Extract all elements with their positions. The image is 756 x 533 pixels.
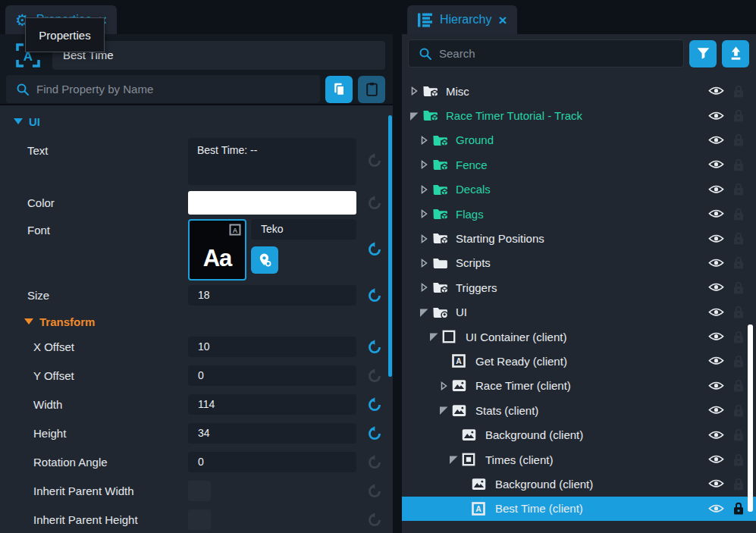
tree-item-ui-container-client[interactable]: UI Container (client)	[402, 325, 756, 349]
caret-expanded-icon[interactable]	[447, 453, 460, 466]
lock-toggle-icon[interactable]	[733, 158, 744, 171]
caret-collapsed-icon[interactable]	[438, 380, 450, 392]
tree-item-scripts[interactable]: Scripts	[402, 251, 756, 275]
visibility-toggle-icon[interactable]	[708, 307, 724, 318]
hierarchy-scrollbar[interactable]	[748, 325, 753, 512]
tree-item-ui[interactable]: UI	[402, 300, 756, 325]
close-icon[interactable]: ×	[498, 13, 507, 27]
reset-icon[interactable]	[356, 219, 393, 257]
visibility-toggle-icon[interactable]	[708, 208, 724, 219]
section-header-transform[interactable]: Transform	[0, 314, 393, 329]
tree-item-best-time-client[interactable]: ABest Time (client)	[402, 497, 756, 521]
reset-icon[interactable]	[356, 196, 393, 211]
height-input[interactable]: 34	[188, 423, 356, 444]
property-search-input[interactable]: Find Property by Name	[6, 75, 320, 103]
reset-icon[interactable]	[356, 397, 393, 412]
reset-icon[interactable]	[356, 484, 393, 499]
width-input[interactable]: 114	[188, 394, 356, 415]
properties-scrollbar[interactable]	[388, 115, 392, 377]
tab-hierarchy[interactable]: Hierarchy ×	[407, 5, 517, 34]
font-preview-swatch[interactable]: AaA	[188, 219, 246, 281]
filter-button[interactable]	[689, 40, 717, 67]
visibility-toggle-icon[interactable]	[708, 478, 724, 489]
visibility-toggle-icon[interactable]	[708, 258, 724, 268]
visibility-toggle-icon[interactable]	[708, 331, 724, 342]
reset-icon[interactable]	[356, 138, 393, 168]
visibility-toggle-icon[interactable]	[708, 184, 724, 195]
tree-item-times-client[interactable]: Times (client)	[402, 447, 756, 472]
reset-icon[interactable]	[356, 426, 393, 441]
paste-properties-button[interactable]	[358, 76, 385, 103]
visibility-toggle-icon[interactable]	[708, 159, 724, 170]
visibility-toggle-icon[interactable]	[708, 135, 724, 146]
tree-item-misc[interactable]: Misc	[402, 79, 756, 103]
reset-icon[interactable]	[356, 513, 393, 528]
inherit-parent-height-checkbox[interactable]	[188, 509, 211, 530]
hierarchy-search-input[interactable]: Search	[408, 39, 684, 67]
caret-collapsed-icon[interactable]	[418, 257, 430, 269]
tree-item-race-timer-tutorial-track[interactable]: Race Timer Tutorial - Track	[402, 103, 756, 127]
visibility-toggle-icon[interactable]	[708, 282, 724, 293]
caret-collapsed-icon[interactable]	[418, 183, 430, 196]
lock-toggle-icon[interactable]	[733, 232, 744, 245]
inherit-parent-width-checkbox[interactable]	[188, 481, 211, 501]
lock-toggle-icon[interactable]	[733, 453, 744, 466]
caret-expanded-icon[interactable]	[438, 404, 450, 416]
tree-item-flags[interactable]: Flags	[402, 202, 756, 226]
lock-toggle-icon[interactable]	[733, 428, 744, 441]
caret-expanded-icon[interactable]	[418, 306, 430, 318]
copy-properties-button[interactable]	[325, 76, 353, 103]
lock-toggle-icon[interactable]	[733, 133, 744, 146]
caret-collapsed-icon[interactable]	[418, 208, 430, 220]
x-offset-input[interactable]: 10	[188, 337, 356, 357]
lock-toggle-icon[interactable]	[733, 379, 744, 392]
caret-expanded-icon[interactable]	[428, 331, 440, 343]
tree-item-background-client[interactable]: Background (client)	[402, 422, 756, 447]
lock-toggle-icon[interactable]	[733, 502, 744, 515]
visibility-toggle-icon[interactable]	[708, 454, 724, 465]
tree-item-decals[interactable]: Decals	[402, 177, 756, 202]
tree-item-triggers[interactable]: Triggers	[402, 275, 756, 299]
lock-toggle-icon[interactable]	[733, 208, 744, 221]
visibility-toggle-icon[interactable]	[708, 234, 724, 244]
section-header-ui[interactable]: UI	[0, 114, 393, 129]
lock-toggle-icon[interactable]	[733, 331, 744, 343]
lock-toggle-icon[interactable]	[733, 109, 744, 122]
reset-icon[interactable]	[356, 368, 393, 384]
lock-toggle-icon[interactable]	[733, 281, 744, 294]
caret-collapsed-icon[interactable]	[408, 85, 420, 97]
visibility-toggle-icon[interactable]	[708, 405, 724, 415]
font-name-field[interactable]: Teko	[251, 219, 356, 240]
lock-toggle-icon[interactable]	[733, 85, 744, 98]
reset-icon[interactable]	[356, 455, 393, 470]
visibility-toggle-icon[interactable]	[708, 503, 724, 514]
font-picker-button[interactable]	[251, 246, 278, 274]
tree-item-fence[interactable]: Fence	[402, 152, 756, 177]
y-offset-input[interactable]: 0	[188, 365, 356, 386]
rotation-angle-input[interactable]: 0	[188, 452, 356, 472]
tree-item-background-client[interactable]: Background (client)	[402, 472, 756, 496]
visibility-toggle-icon[interactable]	[708, 86, 724, 96]
reset-icon[interactable]	[356, 340, 393, 355]
lock-toggle-icon[interactable]	[733, 404, 744, 417]
tree-item-starting-positions[interactable]: Starting Positions	[402, 226, 756, 250]
caret-expanded-icon[interactable]	[408, 110, 420, 122]
lock-toggle-icon[interactable]	[733, 478, 744, 491]
caret-collapsed-icon[interactable]	[418, 134, 430, 146]
export-button[interactable]	[722, 40, 749, 67]
color-swatch[interactable]	[188, 191, 356, 215]
caret-collapsed-icon[interactable]	[418, 158, 430, 171]
tree-item-get-ready-client[interactable]: AGet Ready (client)	[402, 349, 756, 373]
lock-toggle-icon[interactable]	[733, 256, 744, 269]
lock-toggle-icon[interactable]	[733, 306, 744, 318]
tree-item-stats-client[interactable]: Stats (client)	[402, 398, 756, 422]
tree-item-race-timer-client[interactable]: Race Timer (client)	[402, 374, 756, 398]
text-textarea[interactable]: Best Time: --	[188, 138, 356, 185]
size-input[interactable]: 18	[188, 285, 356, 306]
lock-toggle-icon[interactable]	[733, 355, 744, 368]
reset-icon[interactable]	[356, 288, 393, 303]
tree-item-ground[interactable]: Ground	[402, 128, 756, 152]
visibility-toggle-icon[interactable]	[708, 356, 724, 366]
visibility-toggle-icon[interactable]	[708, 111, 724, 121]
caret-collapsed-icon[interactable]	[418, 281, 430, 293]
